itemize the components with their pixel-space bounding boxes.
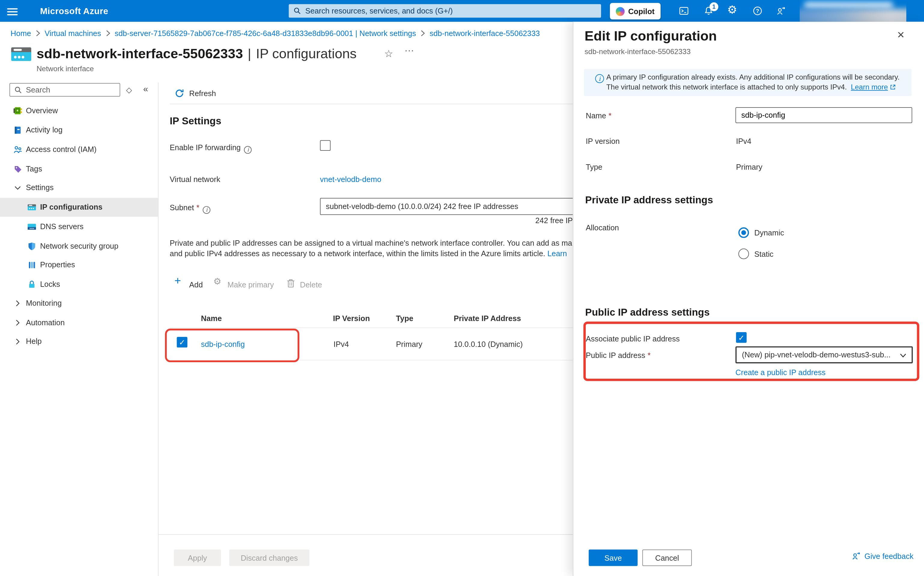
- azure-portal: Microsoft Azure Copilot 1 ⚙ ? Home Virtu…: [0, 0, 924, 576]
- info-icon: i: [595, 74, 604, 83]
- chevron-down-icon: [900, 354, 906, 358]
- breadcrumb-network-interface[interactable]: sdb-network-interface-55062333: [429, 29, 540, 37]
- row-checkbox[interactable]: ✓: [177, 337, 187, 347]
- sidebar-item-settings[interactable]: Settings: [0, 178, 158, 197]
- column-header-name[interactable]: Name: [201, 314, 222, 323]
- info-banner: i A primary IP configuration already exi…: [584, 69, 912, 96]
- table-header-divider: [170, 327, 573, 328]
- breadcrumb-home[interactable]: Home: [11, 29, 31, 37]
- associate-public-ip-label: Associate public IP address: [586, 334, 680, 343]
- hamburger-menu-icon[interactable]: [7, 6, 18, 17]
- overview-icon: [13, 106, 22, 115]
- edit-ip-configuration-panel: Edit IP configuration ✕ sdb-network-inte…: [573, 22, 924, 576]
- allocation-static-radio[interactable]: [738, 249, 749, 259]
- more-options-icon[interactable]: …: [404, 42, 415, 54]
- add-button[interactable]: Add: [189, 280, 203, 289]
- help-icon[interactable]: ?: [753, 6, 762, 16]
- close-icon[interactable]: ✕: [897, 29, 905, 40]
- column-header-type[interactable]: Type: [396, 314, 413, 323]
- chevron-right-icon: [421, 30, 425, 36]
- make-primary-button[interactable]: Make primary: [227, 280, 274, 289]
- activity-log-icon: [13, 126, 22, 135]
- feedback-icon[interactable]: [776, 6, 786, 16]
- panel-subtitle: sdb-network-interface-55062333: [585, 48, 690, 56]
- properties-icon: [27, 260, 36, 270]
- breadcrumb-virtual-machines[interactable]: Virtual machines: [45, 29, 101, 37]
- locks-icon: [27, 280, 36, 289]
- search-icon: [293, 7, 301, 15]
- associate-public-ip-checkbox[interactable]: ✓: [736, 332, 746, 342]
- make-primary-icon: ⚙: [213, 277, 221, 286]
- create-public-ip-link[interactable]: Create a public IP address: [735, 368, 825, 377]
- sidebar-search-input[interactable]: [26, 83, 118, 96]
- give-feedback-button[interactable]: Give feedback: [852, 551, 913, 561]
- chevron-right-icon: [14, 338, 21, 346]
- settings-gear-icon[interactable]: ⚙: [727, 4, 737, 15]
- public-ip-select[interactable]: (New) pip-vnet-velodb-demo-westus3-sub..…: [735, 346, 913, 363]
- ip-forwarding-checkbox[interactable]: [320, 140, 330, 151]
- global-search-input[interactable]: [305, 4, 596, 18]
- sidebar-divider: [158, 83, 159, 576]
- page-subtitle: Network interface: [37, 65, 94, 73]
- column-header-private-ip[interactable]: Private IP Address: [454, 314, 521, 323]
- learn-more-link[interactable]: Learn: [547, 249, 567, 258]
- expand-menu-icon[interactable]: ◇: [126, 85, 132, 94]
- type-label: Type: [586, 162, 602, 171]
- sidebar-item-access-control[interactable]: Access control (IAM): [0, 140, 158, 159]
- apply-button[interactable]: Apply: [174, 550, 221, 566]
- info-icon[interactable]: i: [203, 206, 211, 213]
- ip-version-value: IPv4: [736, 137, 751, 146]
- chevron-right-icon: [106, 30, 110, 36]
- sidebar-item-network-security-group[interactable]: Network security group: [0, 237, 158, 256]
- sidebar-item-activity-log[interactable]: Activity log: [0, 121, 158, 140]
- sidebar-item-monitoring[interactable]: Monitoring: [0, 294, 158, 313]
- svg-text:?: ?: [756, 8, 759, 14]
- cancel-button[interactable]: Cancel: [642, 550, 692, 566]
- save-button[interactable]: Save: [589, 550, 638, 566]
- virtual-network-link[interactable]: vnet-velodb-demo: [320, 175, 381, 184]
- copilot-button[interactable]: Copilot: [610, 3, 660, 19]
- breadcrumb-server[interactable]: sdb-server-71565829-7ab067ce-f785-426c-6…: [115, 29, 416, 37]
- svg-text:www: www: [29, 227, 34, 229]
- sidebar-item-properties[interactable]: Properties: [0, 256, 158, 275]
- top-bar: Microsoft Azure Copilot 1 ⚙ ?: [0, 0, 924, 22]
- chevron-down-icon: [14, 184, 21, 192]
- sidebar-item-ip-configurations[interactable]: IP configurations: [0, 198, 158, 217]
- sidebar-item-overview[interactable]: Overview: [0, 101, 158, 120]
- notifications-button[interactable]: 1: [703, 6, 713, 16]
- banner-line2: The virtual network this network interfa…: [607, 83, 896, 91]
- sidebar-item-help[interactable]: Help: [0, 332, 158, 351]
- allocation-dynamic-label[interactable]: Dynamic: [754, 229, 784, 237]
- external-link-icon: [890, 84, 896, 90]
- commandbar-divider: [170, 104, 573, 104]
- banner-learn-more-link[interactable]: Learn more: [851, 83, 888, 91]
- name-input[interactable]: [735, 107, 912, 123]
- discard-changes-button[interactable]: Discard changes: [229, 550, 309, 566]
- chevron-right-icon: [14, 319, 21, 326]
- allocation-static-label[interactable]: Static: [754, 250, 773, 259]
- sidebar-item-dns-servers[interactable]: www DNS servers: [0, 218, 158, 236]
- ip-version-label: IP version: [586, 137, 620, 146]
- allocation-dynamic-radio[interactable]: [738, 227, 749, 238]
- tags-icon: [13, 164, 22, 174]
- sidebar-item-locks[interactable]: Locks: [0, 275, 158, 294]
- table-row-divider: [170, 360, 573, 360]
- subnet-select[interactable]: subnet-velodb-demo (10.0.0.0/24) 242 fre…: [320, 198, 615, 215]
- favorite-star-icon[interactable]: ☆: [384, 48, 393, 60]
- collapse-menu-icon[interactable]: «: [143, 83, 148, 93]
- brand-title[interactable]: Microsoft Azure: [40, 6, 108, 16]
- info-icon[interactable]: i: [244, 146, 252, 153]
- add-icon: +: [175, 275, 181, 287]
- cloud-shell-icon[interactable]: [679, 6, 689, 16]
- sidebar-item-tags[interactable]: Tags: [0, 160, 158, 178]
- dns-servers-icon: www: [27, 222, 36, 231]
- public-ip-label: Public IP address*: [586, 351, 651, 360]
- network-security-group-icon: [27, 242, 36, 251]
- delete-button[interactable]: Delete: [300, 280, 322, 289]
- sidebar-item-automation[interactable]: Automation: [0, 313, 158, 332]
- row-name-link[interactable]: sdb-ip-config: [201, 340, 245, 349]
- search-icon: [14, 86, 22, 94]
- feedback-icon: [852, 551, 861, 561]
- refresh-button[interactable]: Refresh: [175, 88, 216, 98]
- column-header-ip-version[interactable]: IP Version: [333, 314, 370, 323]
